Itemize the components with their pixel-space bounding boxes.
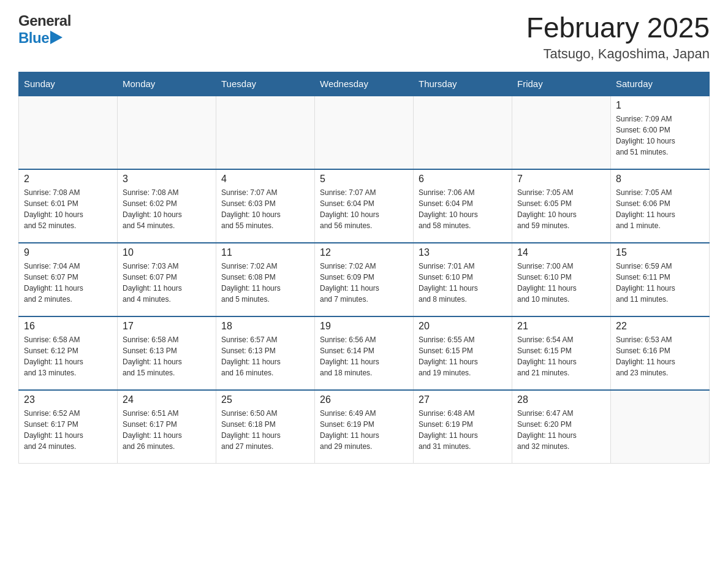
- calendar-week-row: 23Sunrise: 6:52 AMSunset: 6:17 PMDayligh…: [19, 390, 710, 464]
- day-number: 13: [419, 247, 507, 258]
- day-number: 15: [616, 247, 704, 258]
- day-number: 27: [419, 394, 507, 405]
- day-info: Sunrise: 7:05 AMSunset: 6:05 PMDaylight:…: [517, 187, 605, 231]
- table-row: [118, 96, 216, 169]
- title-block: February 2025 Tatsugo, Kagoshima, Japan: [526, 12, 710, 62]
- table-row: 21Sunrise: 6:54 AMSunset: 6:15 PMDayligh…: [512, 316, 611, 390]
- day-number: 14: [517, 247, 605, 258]
- calendar-week-row: 1Sunrise: 7:09 AMSunset: 6:00 PMDaylight…: [19, 96, 710, 169]
- table-row: [414, 96, 512, 169]
- col-wednesday: Wednesday: [315, 72, 414, 96]
- col-sunday: Sunday: [19, 72, 118, 96]
- col-monday: Monday: [118, 72, 216, 96]
- day-number: 6: [419, 174, 507, 185]
- table-row: 26Sunrise: 6:49 AMSunset: 6:19 PMDayligh…: [315, 390, 414, 464]
- table-row: 5Sunrise: 7:07 AMSunset: 6:04 PMDaylight…: [315, 169, 414, 243]
- table-row: 7Sunrise: 7:05 AMSunset: 6:05 PMDaylight…: [512, 169, 611, 243]
- table-row: [216, 96, 315, 169]
- svg-marker-0: [50, 31, 63, 44]
- day-number: 3: [123, 174, 211, 185]
- day-number: 4: [221, 174, 309, 185]
- day-info: Sunrise: 6:47 AMSunset: 6:20 PMDaylight:…: [517, 408, 605, 452]
- table-row: 11Sunrise: 7:02 AMSunset: 6:08 PMDayligh…: [216, 243, 315, 316]
- location-title: Tatsugo, Kagoshima, Japan: [526, 46, 710, 62]
- day-info: Sunrise: 6:58 AMSunset: 6:13 PMDaylight:…: [123, 334, 211, 378]
- table-row: 22Sunrise: 6:53 AMSunset: 6:16 PMDayligh…: [611, 316, 710, 390]
- table-row: 24Sunrise: 6:51 AMSunset: 6:17 PMDayligh…: [118, 390, 216, 464]
- day-info: Sunrise: 6:52 AMSunset: 6:17 PMDaylight:…: [24, 408, 112, 452]
- day-number: 10: [123, 247, 211, 258]
- day-number: 24: [123, 394, 211, 405]
- day-number: 17: [123, 321, 211, 332]
- day-number: 16: [24, 321, 112, 332]
- day-info: Sunrise: 6:57 AMSunset: 6:13 PMDaylight:…: [221, 334, 309, 378]
- table-row: [315, 96, 414, 169]
- day-info: Sunrise: 6:59 AMSunset: 6:11 PMDaylight:…: [616, 261, 704, 305]
- calendar-week-row: 2Sunrise: 7:08 AMSunset: 6:01 PMDaylight…: [19, 169, 710, 243]
- day-info: Sunrise: 7:08 AMSunset: 6:02 PMDaylight:…: [123, 187, 211, 231]
- day-number: 25: [221, 394, 309, 405]
- day-number: 1: [616, 100, 704, 111]
- table-row: 19Sunrise: 6:56 AMSunset: 6:14 PMDayligh…: [315, 316, 414, 390]
- day-info: Sunrise: 7:02 AMSunset: 6:09 PMDaylight:…: [320, 261, 408, 305]
- day-number: 5: [320, 174, 408, 185]
- table-row: 6Sunrise: 7:06 AMSunset: 6:04 PMDaylight…: [414, 169, 512, 243]
- table-row: 3Sunrise: 7:08 AMSunset: 6:02 PMDaylight…: [118, 169, 216, 243]
- day-number: 12: [320, 247, 408, 258]
- table-row: 18Sunrise: 6:57 AMSunset: 6:13 PMDayligh…: [216, 316, 315, 390]
- day-number: 28: [517, 394, 605, 405]
- table-row: [19, 96, 118, 169]
- day-number: 2: [24, 174, 112, 185]
- day-info: Sunrise: 6:49 AMSunset: 6:19 PMDaylight:…: [320, 408, 408, 452]
- table-row: 1Sunrise: 7:09 AMSunset: 6:00 PMDaylight…: [611, 96, 710, 169]
- day-info: Sunrise: 6:48 AMSunset: 6:19 PMDaylight:…: [419, 408, 507, 452]
- day-info: Sunrise: 6:51 AMSunset: 6:17 PMDaylight:…: [123, 408, 211, 452]
- table-row: 28Sunrise: 6:47 AMSunset: 6:20 PMDayligh…: [512, 390, 611, 464]
- table-row: 2Sunrise: 7:08 AMSunset: 6:01 PMDaylight…: [19, 169, 118, 243]
- day-info: Sunrise: 7:06 AMSunset: 6:04 PMDaylight:…: [419, 187, 507, 231]
- day-info: Sunrise: 7:03 AMSunset: 6:07 PMDaylight:…: [123, 261, 211, 305]
- col-friday: Friday: [512, 72, 611, 96]
- day-info: Sunrise: 6:53 AMSunset: 6:16 PMDaylight:…: [616, 334, 704, 378]
- calendar-header-row: Sunday Monday Tuesday Wednesday Thursday…: [19, 72, 710, 96]
- table-row: 16Sunrise: 6:58 AMSunset: 6:12 PMDayligh…: [19, 316, 118, 390]
- day-number: 9: [24, 247, 112, 258]
- day-number: 8: [616, 174, 704, 185]
- calendar-week-row: 9Sunrise: 7:04 AMSunset: 6:07 PMDaylight…: [19, 243, 710, 316]
- table-row: 8Sunrise: 7:05 AMSunset: 6:06 PMDaylight…: [611, 169, 710, 243]
- day-info: Sunrise: 6:56 AMSunset: 6:14 PMDaylight:…: [320, 334, 408, 378]
- day-info: Sunrise: 7:04 AMSunset: 6:07 PMDaylight:…: [24, 261, 112, 305]
- calendar-table: Sunday Monday Tuesday Wednesday Thursday…: [18, 72, 710, 464]
- logo-line1: General: [18, 12, 71, 29]
- table-row: [512, 96, 611, 169]
- day-info: Sunrise: 7:08 AMSunset: 6:01 PMDaylight:…: [24, 187, 112, 231]
- day-number: 11: [221, 247, 309, 258]
- col-tuesday: Tuesday: [216, 72, 315, 96]
- table-row: 12Sunrise: 7:02 AMSunset: 6:09 PMDayligh…: [315, 243, 414, 316]
- day-info: Sunrise: 7:07 AMSunset: 6:03 PMDaylight:…: [221, 187, 309, 231]
- day-info: Sunrise: 6:50 AMSunset: 6:18 PMDaylight:…: [221, 408, 309, 452]
- table-row: 20Sunrise: 6:55 AMSunset: 6:15 PMDayligh…: [414, 316, 512, 390]
- logo: General Blue: [18, 12, 71, 47]
- table-row: 14Sunrise: 7:00 AMSunset: 6:10 PMDayligh…: [512, 243, 611, 316]
- table-row: 27Sunrise: 6:48 AMSunset: 6:19 PMDayligh…: [414, 390, 512, 464]
- table-row: 13Sunrise: 7:01 AMSunset: 6:10 PMDayligh…: [414, 243, 512, 316]
- table-row: 15Sunrise: 6:59 AMSunset: 6:11 PMDayligh…: [611, 243, 710, 316]
- table-row: 4Sunrise: 7:07 AMSunset: 6:03 PMDaylight…: [216, 169, 315, 243]
- day-info: Sunrise: 6:55 AMSunset: 6:15 PMDaylight:…: [419, 334, 507, 378]
- table-row: [611, 390, 710, 464]
- col-saturday: Saturday: [611, 72, 710, 96]
- logo-arrow-icon: [50, 29, 64, 45]
- table-row: 9Sunrise: 7:04 AMSunset: 6:07 PMDaylight…: [19, 243, 118, 316]
- day-info: Sunrise: 7:00 AMSunset: 6:10 PMDaylight:…: [517, 261, 605, 305]
- day-info: Sunrise: 7:01 AMSunset: 6:10 PMDaylight:…: [419, 261, 507, 305]
- col-thursday: Thursday: [414, 72, 512, 96]
- day-info: Sunrise: 7:05 AMSunset: 6:06 PMDaylight:…: [616, 187, 704, 231]
- day-number: 22: [616, 321, 704, 332]
- calendar-week-row: 16Sunrise: 6:58 AMSunset: 6:12 PMDayligh…: [19, 316, 710, 390]
- day-number: 21: [517, 321, 605, 332]
- month-title: February 2025: [526, 12, 710, 44]
- table-row: 23Sunrise: 6:52 AMSunset: 6:17 PMDayligh…: [19, 390, 118, 464]
- page-header: General Blue February 2025 Tatsugo, Kago…: [18, 12, 710, 62]
- day-info: Sunrise: 7:09 AMSunset: 6:00 PMDaylight:…: [616, 113, 704, 158]
